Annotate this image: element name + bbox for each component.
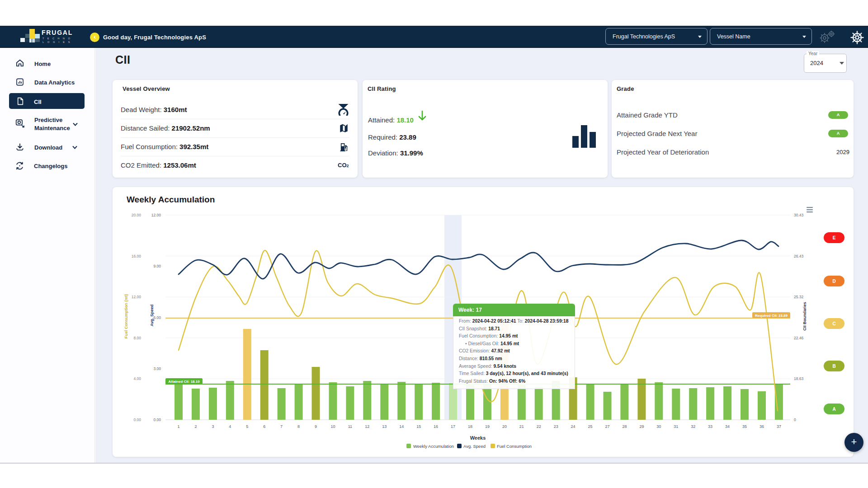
svg-text:28: 28 [622,424,627,429]
svg-text:16.00: 16.00 [132,254,142,258]
svg-text:9.00: 9.00 [153,264,161,268]
svg-text:14: 14 [399,424,404,429]
svg-text:6.00: 6.00 [153,315,161,320]
svg-text:37: 37 [777,424,781,429]
svg-text:5: 5 [246,424,248,429]
svg-text:E: E [833,235,836,240]
svg-text:Weeks: Weeks [470,435,486,441]
svg-text:19: 19 [485,424,490,429]
svg-text:0.00: 0.00 [133,418,141,422]
svg-text:32: 32 [691,424,695,429]
svg-text:4: 4 [229,424,231,429]
svg-text:0.00: 0.00 [153,418,161,422]
svg-text:24: 24 [571,424,576,429]
svg-text:C: C [832,321,835,326]
svg-text:3: 3 [212,424,214,429]
svg-text:12.00: 12.00 [132,295,142,299]
svg-text:8.00: 8.00 [133,336,141,340]
svg-text:D: D [832,279,835,284]
svg-text:22: 22 [537,424,541,429]
svg-text:36: 36 [760,424,764,429]
svg-text:Required CII: 23.89: Required CII: 23.89 [755,314,788,318]
svg-text:11: 11 [348,424,352,429]
svg-text:0: 0 [794,418,796,422]
svg-text:9: 9 [315,424,317,429]
svg-text:8: 8 [297,424,300,429]
svg-text:22.46: 22.46 [794,336,804,340]
svg-text:1: 1 [177,424,179,429]
svg-text:17: 17 [451,424,455,429]
svg-text:26.43: 26.43 [794,254,804,258]
svg-text:34: 34 [725,424,730,429]
svg-text:3.00: 3.00 [153,366,161,371]
svg-text:Attained CII: 18.10: Attained CII: 18.10 [168,380,200,384]
svg-text:18: 18 [468,424,472,429]
svg-text:Avg. Speed: Avg. Speed [463,444,486,449]
svg-text:CII Boundaries: CII Boundaries [802,302,807,331]
svg-text:31: 31 [674,424,678,429]
svg-text:12.00: 12.00 [151,213,161,217]
svg-text:A: A [832,407,835,412]
svg-text:13: 13 [382,424,387,429]
svg-text:Fuel Consumption: Fuel Consumption [497,444,532,449]
svg-text:4.00: 4.00 [133,376,141,381]
svg-text:27: 27 [605,424,609,429]
svg-text:2: 2 [194,424,197,429]
svg-text:Weekly Accumulation: Weekly Accumulation [413,444,454,449]
svg-text:25.32: 25.32 [794,295,804,299]
svg-text:30: 30 [656,424,661,429]
svg-text:15: 15 [416,424,421,429]
svg-text:6: 6 [263,424,265,429]
svg-text:Fuel Consumption (mt): Fuel Consumption (mt) [124,294,128,339]
svg-text:23: 23 [554,424,558,429]
svg-text:21: 21 [519,424,524,429]
svg-text:B: B [832,364,835,369]
svg-text:18.63: 18.63 [794,376,804,381]
svg-text:30.43: 30.43 [794,213,804,217]
svg-text:10: 10 [330,424,335,429]
svg-text:12: 12 [365,424,369,429]
svg-text:33: 33 [708,424,712,429]
svg-text:Avg. Speed: Avg. Speed [150,305,154,327]
svg-text:20: 20 [502,424,507,429]
svg-text:35: 35 [742,424,747,429]
svg-text:25: 25 [588,424,593,429]
svg-text:20.00: 20.00 [132,213,142,217]
svg-text:7: 7 [280,424,283,429]
svg-text:16: 16 [434,424,438,429]
svg-text:29: 29 [639,424,644,429]
